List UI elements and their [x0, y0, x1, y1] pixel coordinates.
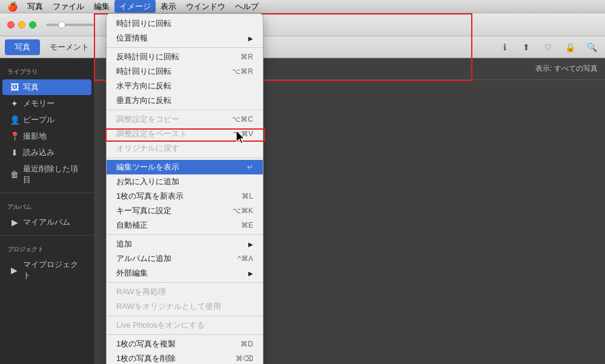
- content-header-text: 表示: すべての写真: [535, 64, 598, 74]
- menu-reprocess-raw[interactable]: RAWを再処理: [107, 285, 263, 299]
- menu-new-view-label: 1枚の写真を新表示: [116, 191, 183, 202]
- menu-add-favorites[interactable]: お気に入りに追加: [107, 174, 263, 189]
- sidebar-item-project-label: マイプロジェクト: [23, 259, 84, 281]
- menu-show-edit-tools[interactable]: 編集ツールを表示 ↵: [107, 160, 263, 174]
- apple-menu[interactable]: 🍎: [2, 2, 22, 12]
- menu-paste-settings[interactable]: 調整設定をペースト ⌥⌘V: [107, 127, 263, 141]
- menu-rotate-cw2-label: 時計回りに回転: [116, 66, 171, 77]
- menu-set-key-photo[interactable]: キー写真に設定 ⌥⌘K: [107, 204, 263, 218]
- menu-duplicate-shortcut: ⌘D: [240, 340, 253, 348]
- menu-show-edit-tools-label: 編集ツールを表示: [116, 162, 179, 173]
- maximize-button[interactable]: [29, 21, 36, 28]
- minimize-button[interactable]: [18, 21, 25, 28]
- album-expand-icon: ▶: [10, 217, 19, 227]
- menu-use-raw-label: RAWをオリジナルとして使用: [116, 301, 221, 312]
- menu-flip-v[interactable]: 垂直方向に反転: [107, 93, 263, 108]
- photos-icon: 🖼: [10, 82, 19, 92]
- separator-2: [107, 110, 263, 110]
- tab-moments[interactable]: モーメント: [40, 39, 99, 55]
- menu-duplicate-label: 1枚の写真を複製: [116, 339, 176, 349]
- sidebar-item-people[interactable]: 👤 ピープル: [2, 112, 91, 128]
- menu-help[interactable]: ヘルプ: [230, 0, 263, 13]
- memories-icon: ✦: [10, 99, 19, 108]
- separator-5: [107, 282, 263, 283]
- menu-use-raw[interactable]: RAWをオリジナルとして使用: [107, 299, 263, 314]
- menu-flip-h[interactable]: 水平方向に反転: [107, 79, 263, 93]
- sidebar-item-my-album[interactable]: ▶ マイアルバム: [2, 214, 91, 230]
- menu-revert-label: オリジナルに戻す: [116, 143, 179, 154]
- menu-duplicate[interactable]: 1枚の写真を複製 ⌘D: [107, 337, 263, 351]
- submenu-arrow-location: ▶: [248, 35, 253, 42]
- menu-view[interactable]: 表示: [156, 0, 181, 13]
- menu-revert[interactable]: オリジナルに戻す: [107, 141, 263, 156]
- sidebar: ライブラリ 🖼 写真 ✦ メモリー 👤 ピープル 📍 撮影地 ⬇ 読み込み: [0, 58, 94, 364]
- sidebar-item-imports[interactable]: ⬇ 読み込み: [2, 145, 91, 160]
- project-expand-icon: ▶: [10, 265, 19, 275]
- menu-rotate-cw[interactable]: 時計回りに回転: [107, 16, 263, 31]
- body-area: ライブラリ 🖼 写真 ✦ メモリー 👤 ピープル 📍 撮影地 ⬇ 読み込み: [0, 58, 605, 364]
- menu-photos[interactable]: 写真: [22, 0, 48, 13]
- tab-photos[interactable]: 写真: [5, 39, 40, 55]
- menu-paste-settings-label: 調整設定をペースト: [116, 128, 187, 139]
- sidebar-item-imports-label: 読み込み: [23, 147, 55, 158]
- menu-add[interactable]: 追加 ▶: [107, 237, 263, 251]
- submenu-arrow-add: ▶: [248, 241, 253, 248]
- menu-delete-shortcut: ⌘⌫: [236, 354, 253, 363]
- menu-new-view[interactable]: 1枚の写真を新表示 ⌘L: [107, 189, 263, 204]
- menu-location[interactable]: 位置情報 ▶: [107, 31, 263, 45]
- search-icon[interactable]: 🔍: [583, 40, 600, 55]
- app-window: 写真 モーメント コレクション 年別 ℹ ⬆ ♡ 🔒 🔍 ライブラリ 🖼 写真 …: [0, 13, 605, 364]
- sidebar-item-my-project[interactable]: ▶ マイプロジェクト: [2, 257, 91, 283]
- sidebar-item-memories-label: メモリー: [23, 98, 55, 109]
- menu-image[interactable]: イメージ: [114, 0, 156, 13]
- menu-copy-settings[interactable]: 調整設定をコピー ⌥⌘C: [107, 112, 263, 127]
- menu-set-key-photo-label: キー写真に設定: [116, 205, 171, 216]
- sidebar-item-photos[interactable]: 🖼 写真: [2, 79, 91, 95]
- menu-file[interactable]: ファイル: [48, 0, 89, 13]
- library-label: ライブラリ: [0, 63, 94, 79]
- menu-set-key-photo-shortcut: ⌥⌘K: [233, 207, 253, 215]
- lock-icon[interactable]: 🔒: [561, 40, 578, 55]
- info-icon[interactable]: ℹ: [496, 40, 513, 55]
- sidebar-item-recently-deleted[interactable]: 🗑 最近削除した項目: [2, 161, 91, 188]
- menu-add-album[interactable]: アルバムに追加 ^⌘A: [107, 251, 263, 266]
- places-icon: 📍: [10, 131, 19, 141]
- menu-auto-correct-label: 自動補正: [116, 220, 148, 231]
- favorite-icon[interactable]: ♡: [540, 40, 557, 55]
- menu-location-label: 位置情報: [116, 33, 148, 44]
- menu-add-favorites-label: お気に入りに追加: [116, 176, 179, 187]
- menu-rotate-ccw[interactable]: 反時計回りに回転 ⌘R: [107, 50, 263, 64]
- menu-reprocess-raw-label: RAWを再処理: [116, 286, 166, 297]
- separator-3: [107, 157, 263, 158]
- menu-flip-h-label: 水平方向に反転: [116, 81, 171, 91]
- separator-4: [107, 234, 263, 235]
- menu-show-edit-tools-shortcut: ↵: [247, 163, 253, 171]
- dropdown-menu: 時計回りに回転 位置情報 ▶ 反時計回りに回転 ⌘R 時計回りに回転 ⌥⌘R 水…: [106, 13, 263, 364]
- menu-delete[interactable]: 1枚の写真を削除 ⌘⌫: [107, 351, 263, 364]
- people-icon: 👤: [10, 115, 19, 125]
- menu-external-edit[interactable]: 外部編集 ▶: [107, 266, 263, 280]
- menu-auto-correct[interactable]: 自動補正 ⌘E: [107, 218, 263, 233]
- close-button[interactable]: [7, 21, 15, 28]
- sidebar-item-people-label: ピープル: [23, 114, 55, 125]
- sidebar-item-places[interactable]: 📍 撮影地: [2, 128, 91, 144]
- menu-live-photos[interactable]: Live Photosをオンにする: [107, 318, 263, 333]
- menu-window[interactable]: ウインドウ: [181, 0, 230, 13]
- menu-rotate-ccw-label: 反時計回りに回転: [116, 51, 179, 62]
- menu-rotate-cw2[interactable]: 時計回りに回転 ⌥⌘R: [107, 64, 263, 79]
- menu-flip-v-label: 垂直方向に反転: [116, 95, 171, 106]
- imports-icon: ⬇: [10, 148, 19, 157]
- toolbar-icons: ℹ ⬆ ♡ 🔒 🔍: [496, 40, 600, 55]
- titlebar: [0, 13, 605, 36]
- menu-new-view-shortcut: ⌘L: [242, 192, 253, 200]
- sidebar-item-places-label: 撮影地: [23, 131, 47, 142]
- traffic-lights: [7, 21, 36, 28]
- sidebar-item-memories[interactable]: ✦ メモリー: [2, 96, 91, 111]
- share-icon[interactable]: ⬆: [518, 40, 535, 55]
- menu-add-album-shortcut: ^⌘A: [237, 254, 253, 263]
- zoom-slider[interactable]: [46, 24, 94, 26]
- menu-copy-settings-label: 調整設定をコピー: [116, 114, 179, 125]
- sidebar-item-album-label: マイアルバム: [23, 217, 70, 228]
- menu-edit[interactable]: 編集: [89, 0, 114, 13]
- menu-rotate-ccw-shortcut: ⌘R: [240, 53, 253, 61]
